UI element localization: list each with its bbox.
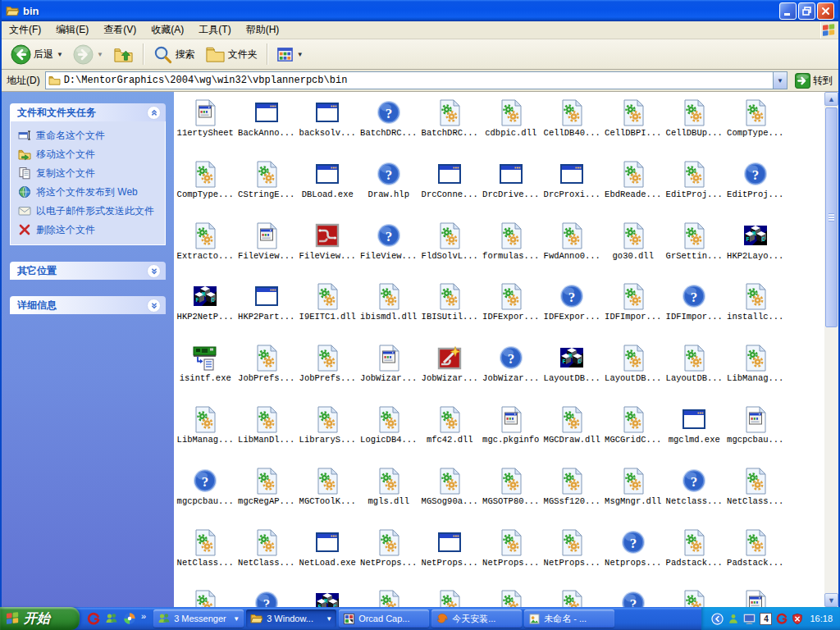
file-item[interactable]: LibManag... (175, 401, 236, 463)
toolbar-folders-button[interactable]: 文件夹 (201, 42, 262, 67)
dropdown-arrow-icon[interactable]: ▼ (297, 51, 304, 58)
file-item[interactable]: 11ertySheet (175, 94, 236, 156)
file-item[interactable]: HKP2Part... (236, 278, 298, 340)
file-item[interactable]: DrcConne... (419, 156, 481, 217)
file-item[interactable]: CStringE... (236, 156, 298, 217)
file-item[interactable]: ?mgcpcbau... (175, 463, 236, 524)
file-item[interactable]: mgcRegAP... (236, 463, 298, 524)
file-item[interactable]: JobWizar... (358, 340, 420, 401)
menu-item[interactable]: 帮助(H) (239, 21, 287, 39)
file-item[interactable]: mgclmd.exe (664, 401, 725, 463)
file-item[interactable]: LibManDl... (236, 401, 298, 463)
file-item[interactable] (481, 585, 542, 607)
file-item[interactable]: ?JobWizar... (481, 340, 542, 401)
taskbar-button[interactable]: Orcad Cap... (339, 609, 429, 628)
file-item[interactable] (175, 585, 236, 607)
file-item[interactable]: MFCLayoutDB... (541, 340, 603, 401)
file-item[interactable]: mgc.pkginfo (481, 401, 542, 463)
restore-button[interactable] (798, 2, 815, 20)
toolbar-forward-button[interactable]: ▼ (69, 42, 107, 67)
input-method-badge[interactable]: 4 (760, 613, 772, 625)
task-move[interactable]: 移动这个文件 (18, 148, 162, 161)
file-item[interactable]: EbdReade... (603, 156, 664, 217)
file-item[interactable]: LayoutDB... (664, 340, 725, 401)
menu-item[interactable]: 文件(F) (2, 21, 48, 39)
file-item[interactable]: MGCDraw.dll (541, 401, 603, 463)
go-button[interactable]: 转到 (792, 73, 835, 89)
file-item[interactable]: FileView... (236, 217, 298, 279)
file-item[interactable]: ?Draw.hlp (358, 156, 420, 217)
task-copy[interactable]: 复制这个文件 (18, 167, 162, 180)
file-item[interactable]: ?Netprops... (603, 524, 664, 586)
file-item[interactable]: formulas... (481, 217, 542, 279)
file-item[interactable]: IDFExpor... (481, 278, 542, 340)
file-item[interactable]: CellDBPI... (603, 94, 664, 156)
title-bar[interactable]: bin (2, 0, 838, 21)
file-item[interactable]: go30.dll (603, 217, 664, 279)
task-delete[interactable]: 删除这个文件 (18, 223, 162, 236)
file-item[interactable] (419, 585, 481, 607)
messenger-quicklaunch-icon[interactable] (105, 612, 118, 625)
file-item[interactable]: NetClass... (175, 524, 236, 586)
file-item[interactable]: CellDB40... (541, 94, 603, 156)
file-item[interactable]: NetProps... (481, 524, 542, 586)
taskbar-button[interactable]: 今天安装... (431, 609, 522, 628)
file-item[interactable]: NetClass... (725, 463, 787, 524)
toolbar-back-button[interactable]: 后退▼ (7, 42, 67, 67)
file-item[interactable]: JobPrefs... (297, 340, 358, 401)
tray-collapse-icon[interactable] (711, 613, 724, 625)
scrollbar-thumb[interactable] (825, 107, 838, 327)
dropdown-arrow-icon[interactable]: ▼ (57, 51, 63, 58)
close-button[interactable] (817, 2, 834, 20)
media-quicklaunch-icon[interactable] (123, 612, 136, 625)
menu-item[interactable]: 工具(T) (191, 21, 238, 39)
file-item[interactable]: MsgMngr.dll (603, 463, 664, 524)
file-item[interactable]: MGSog90a... (419, 463, 481, 524)
file-item[interactable]: NetLoad.exe (297, 524, 358, 586)
file-item[interactable]: isintf.exe (175, 340, 236, 401)
task-rename[interactable]: 重命名这个文件 (18, 129, 162, 142)
panel-file-tasks-header[interactable]: 文件和文件夹任务 (10, 103, 166, 121)
file-item[interactable]: mgls.dll (358, 463, 420, 524)
chevron-up-icon[interactable] (147, 106, 161, 120)
toolbar-views-button[interactable]: ▼ (272, 43, 308, 66)
file-item[interactable]: BackAnno... (236, 94, 298, 156)
file-item[interactable]: Padstack... (725, 524, 787, 586)
file-item[interactable]: Extracto... (175, 217, 236, 279)
file-item[interactable]: FileView... (297, 217, 358, 279)
display-tray-icon[interactable] (743, 613, 756, 625)
file-item[interactable]: GrSettin... (664, 217, 725, 279)
file-item[interactable] (664, 585, 725, 607)
address-path[interactable]: D:\MentorGraphics\2004\wg\win32\vbplanne… (64, 75, 769, 86)
file-item[interactable]: LibManag... (725, 340, 787, 401)
file-item[interactable]: ?Netclass... (664, 463, 725, 524)
file-item[interactable]: ibismdl.dll (358, 278, 420, 340)
file-item[interactable]: MGSsf120... (541, 463, 603, 524)
file-item[interactable]: ? (236, 585, 298, 607)
file-item[interactable]: backsolv... (297, 94, 358, 156)
toolbar-up-folder-button[interactable] (109, 42, 138, 67)
file-item[interactable]: NetProps... (358, 524, 420, 586)
file-item[interactable] (358, 585, 420, 607)
toolbar-search-button[interactable]: 搜索 (148, 42, 199, 67)
file-item[interactable]: NetProps... (419, 524, 481, 586)
group-dropdown-icon[interactable]: ▼ (233, 615, 240, 623)
file-item[interactable]: ? (603, 585, 664, 607)
menu-item[interactable]: 收藏(A) (144, 21, 191, 39)
file-item[interactable]: LibraryS... (297, 401, 358, 463)
file-item[interactable]: MGCGridC... (603, 401, 664, 463)
file-item[interactable]: FwdAnno0... (541, 217, 603, 279)
file-item[interactable]: EditProj... (664, 156, 725, 217)
file-item[interactable]: mfc42.dll (419, 401, 481, 463)
dropdown-arrow-icon[interactable]: ▼ (97, 51, 103, 58)
file-item[interactable]: IBISUtil... (419, 278, 481, 340)
file-item[interactable]: DrcDrive... (481, 156, 542, 217)
file-item[interactable]: BatchDRC... (419, 94, 481, 156)
panel-other-places-header[interactable]: 其它位置 (10, 262, 166, 280)
vertical-scrollbar[interactable]: ▲ ▼ (824, 92, 838, 607)
file-item[interactable]: DBLoad.exe (297, 156, 358, 217)
file-item[interactable]: IDFImpor... (603, 278, 664, 340)
file-item[interactable]: Padstack... (664, 524, 725, 586)
file-item[interactable]: LayoutDB... (603, 340, 664, 401)
menu-item[interactable]: 查看(V) (96, 21, 144, 39)
